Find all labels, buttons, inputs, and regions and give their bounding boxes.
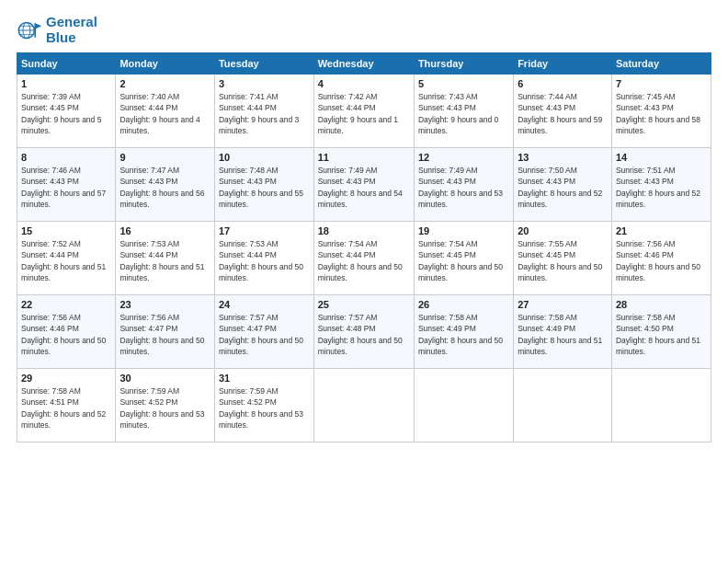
- table-cell: 5 Sunrise: 7:43 AMSunset: 4:43 PMDayligh…: [414, 75, 513, 148]
- day-number: 25: [318, 299, 410, 310]
- logo-line2: Blue: [46, 29, 76, 45]
- table-cell: 26 Sunrise: 7:58 AMSunset: 4:49 PMDaylig…: [414, 295, 513, 369]
- day-number: 9: [119, 152, 210, 163]
- table-cell: [313, 369, 414, 442]
- day-number: 4: [318, 78, 410, 89]
- col-header-wednesday: Wednesday: [313, 53, 414, 75]
- day-info: Sunrise: 7:56 AMSunset: 4:46 PMDaylight:…: [21, 313, 106, 356]
- table-cell: 24 Sunrise: 7:57 AMSunset: 4:47 PMDaylig…: [214, 295, 313, 369]
- day-number: 29: [21, 373, 111, 384]
- table-cell: 13 Sunrise: 7:50 AMSunset: 4:43 PMDaylig…: [514, 148, 612, 222]
- day-info: Sunrise: 7:56 AMSunset: 4:46 PMDaylight:…: [616, 239, 700, 282]
- table-cell: 20 Sunrise: 7:55 AMSunset: 4:45 PMDaylig…: [514, 222, 612, 295]
- day-number: 14: [616, 152, 707, 163]
- table-cell: 4 Sunrise: 7:42 AMSunset: 4:44 PMDayligh…: [313, 75, 414, 148]
- day-number: 19: [418, 225, 509, 236]
- table-cell: 29 Sunrise: 7:58 AMSunset: 4:51 PMDaylig…: [17, 369, 116, 442]
- table-cell: 14 Sunrise: 7:51 AMSunset: 4:43 PMDaylig…: [611, 148, 711, 222]
- table-cell: [611, 369, 711, 442]
- logo: General Blue: [17, 15, 97, 45]
- day-number: 11: [318, 152, 410, 163]
- table-cell: 15 Sunrise: 7:52 AMSunset: 4:44 PMDaylig…: [17, 222, 116, 295]
- table-cell: 16 Sunrise: 7:53 AMSunset: 4:44 PMDaylig…: [116, 222, 215, 295]
- logo-text: General Blue: [46, 15, 97, 45]
- table-cell: 10 Sunrise: 7:48 AMSunset: 4:43 PMDaylig…: [214, 148, 313, 222]
- table-cell: 17 Sunrise: 7:53 AMSunset: 4:44 PMDaylig…: [214, 222, 313, 295]
- table-cell: 18 Sunrise: 7:54 AMSunset: 4:44 PMDaylig…: [313, 222, 414, 295]
- day-number: 24: [219, 299, 310, 310]
- table-cell: 11 Sunrise: 7:49 AMSunset: 4:43 PMDaylig…: [313, 148, 414, 222]
- table-cell: 12 Sunrise: 7:49 AMSunset: 4:43 PMDaylig…: [414, 148, 513, 222]
- day-number: 30: [119, 373, 210, 384]
- table-cell: 23 Sunrise: 7:56 AMSunset: 4:47 PMDaylig…: [116, 295, 215, 369]
- table-cell: 25 Sunrise: 7:57 AMSunset: 4:48 PMDaylig…: [313, 295, 414, 369]
- day-info: Sunrise: 7:59 AMSunset: 4:52 PMDaylight:…: [219, 386, 303, 430]
- day-info: Sunrise: 7:44 AMSunset: 4:43 PMDaylight:…: [518, 92, 602, 135]
- day-number: 31: [219, 373, 310, 384]
- day-number: 7: [616, 78, 707, 89]
- day-info: Sunrise: 7:49 AMSunset: 4:43 PMDaylight:…: [318, 166, 403, 209]
- day-info: Sunrise: 7:49 AMSunset: 4:43 PMDaylight:…: [418, 166, 503, 209]
- logo-icon: [17, 17, 42, 43]
- svg-marker-6: [35, 23, 41, 29]
- calendar-table: SundayMondayTuesdayWednesdayThursdayFrid…: [17, 52, 711, 442]
- day-number: 16: [119, 225, 210, 236]
- day-info: Sunrise: 7:53 AMSunset: 4:44 PMDaylight:…: [119, 239, 204, 282]
- table-cell: 2 Sunrise: 7:40 AMSunset: 4:44 PMDayligh…: [116, 75, 215, 148]
- table-cell: 1 Sunrise: 7:39 AMSunset: 4:45 PMDayligh…: [17, 75, 116, 148]
- day-number: 22: [21, 299, 111, 310]
- day-number: 23: [119, 299, 210, 310]
- day-number: 28: [616, 299, 707, 310]
- day-info: Sunrise: 7:43 AMSunset: 4:43 PMDaylight:…: [418, 92, 498, 135]
- page: General Blue SundayMondayTuesdayWednesda…: [0, 0, 728, 563]
- table-cell: 9 Sunrise: 7:47 AMSunset: 4:43 PMDayligh…: [116, 148, 215, 222]
- table-cell: 27 Sunrise: 7:58 AMSunset: 4:49 PMDaylig…: [514, 295, 612, 369]
- day-info: Sunrise: 7:42 AMSunset: 4:44 PMDaylight:…: [318, 92, 398, 135]
- col-header-thursday: Thursday: [414, 53, 513, 75]
- day-info: Sunrise: 7:40 AMSunset: 4:44 PMDaylight:…: [119, 92, 199, 135]
- day-info: Sunrise: 7:57 AMSunset: 4:48 PMDaylight:…: [318, 313, 403, 356]
- day-number: 15: [21, 225, 111, 236]
- day-info: Sunrise: 7:52 AMSunset: 4:44 PMDaylight:…: [21, 239, 106, 282]
- day-number: 26: [418, 299, 509, 310]
- day-number: 21: [616, 225, 707, 236]
- table-cell: 19 Sunrise: 7:54 AMSunset: 4:45 PMDaylig…: [414, 222, 513, 295]
- day-info: Sunrise: 7:58 AMSunset: 4:49 PMDaylight:…: [518, 313, 602, 356]
- day-number: 2: [119, 78, 210, 89]
- day-number: 5: [418, 78, 509, 89]
- day-info: Sunrise: 7:50 AMSunset: 4:43 PMDaylight:…: [518, 166, 602, 209]
- day-info: Sunrise: 7:48 AMSunset: 4:43 PMDaylight:…: [219, 166, 303, 209]
- day-info: Sunrise: 7:58 AMSunset: 4:51 PMDaylight:…: [21, 386, 106, 430]
- day-number: 17: [219, 225, 310, 236]
- day-number: 1: [21, 78, 111, 89]
- day-number: 3: [219, 78, 310, 89]
- day-number: 12: [418, 152, 509, 163]
- table-cell: 3 Sunrise: 7:41 AMSunset: 4:44 PMDayligh…: [214, 75, 313, 148]
- day-info: Sunrise: 7:51 AMSunset: 4:43 PMDaylight:…: [616, 166, 700, 209]
- table-cell: 31 Sunrise: 7:59 AMSunset: 4:52 PMDaylig…: [214, 369, 313, 442]
- header: General Blue: [17, 15, 711, 45]
- table-cell: [414, 369, 513, 442]
- table-cell: 8 Sunrise: 7:46 AMSunset: 4:43 PMDayligh…: [17, 148, 116, 222]
- day-info: Sunrise: 7:53 AMSunset: 4:44 PMDaylight:…: [219, 239, 303, 282]
- day-info: Sunrise: 7:56 AMSunset: 4:47 PMDaylight:…: [119, 313, 204, 356]
- table-cell: 22 Sunrise: 7:56 AMSunset: 4:46 PMDaylig…: [17, 295, 116, 369]
- day-info: Sunrise: 7:58 AMSunset: 4:49 PMDaylight:…: [418, 313, 503, 356]
- day-number: 27: [518, 299, 608, 310]
- day-info: Sunrise: 7:45 AMSunset: 4:43 PMDaylight:…: [616, 92, 700, 135]
- col-header-saturday: Saturday: [611, 53, 711, 75]
- day-number: 13: [518, 152, 608, 163]
- day-info: Sunrise: 7:54 AMSunset: 4:44 PMDaylight:…: [318, 239, 403, 282]
- table-cell: 30 Sunrise: 7:59 AMSunset: 4:52 PMDaylig…: [116, 369, 215, 442]
- day-info: Sunrise: 7:55 AMSunset: 4:45 PMDaylight:…: [518, 239, 602, 282]
- day-info: Sunrise: 7:57 AMSunset: 4:47 PMDaylight:…: [219, 313, 303, 356]
- table-cell: 21 Sunrise: 7:56 AMSunset: 4:46 PMDaylig…: [611, 222, 711, 295]
- logo-line1: General: [46, 14, 97, 29]
- day-number: 18: [318, 225, 410, 236]
- table-cell: 28 Sunrise: 7:58 AMSunset: 4:50 PMDaylig…: [611, 295, 711, 369]
- day-info: Sunrise: 7:46 AMSunset: 4:43 PMDaylight:…: [21, 166, 106, 209]
- col-header-friday: Friday: [514, 53, 612, 75]
- day-info: Sunrise: 7:47 AMSunset: 4:43 PMDaylight:…: [119, 166, 204, 209]
- day-number: 6: [518, 78, 608, 89]
- table-cell: 7 Sunrise: 7:45 AMSunset: 4:43 PMDayligh…: [611, 75, 711, 148]
